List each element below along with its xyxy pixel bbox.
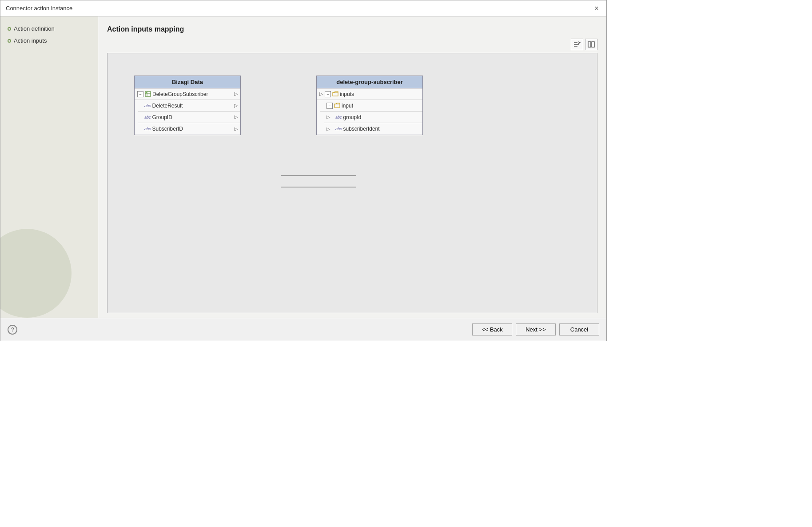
- section-title: Action inputs mapping: [107, 25, 597, 33]
- abc-icon: abc: [335, 115, 342, 120]
- row-label: input: [342, 103, 420, 109]
- main-content: Action inputs mapping: [98, 16, 606, 318]
- close-button[interactable]: ×: [592, 4, 601, 13]
- bizagi-table-header: Bizagi Data: [135, 76, 240, 88]
- table-row: abc GroupID ▷: [138, 112, 240, 123]
- sidebar-item-label: Action definition: [14, 25, 55, 32]
- folder-icon: [334, 103, 340, 109]
- folder-icon: [332, 91, 338, 97]
- window-title: Connector action instance: [6, 5, 72, 12]
- arrow-right-icon: ▷: [234, 91, 238, 97]
- footer: ? << Back Next >> Cancel: [0, 318, 606, 341]
- arrow-left-icon: ▷: [326, 126, 330, 132]
- layout-toggle-btn[interactable]: [571, 39, 583, 50]
- mapping-toolbar: [107, 39, 597, 50]
- dialog-body: Action definition Action inputs Action i…: [0, 16, 606, 318]
- dialog-window: Connector action instance × Action defin…: [0, 0, 607, 341]
- abc-icon: abc: [335, 127, 342, 131]
- abc-icon: abc: [144, 104, 151, 108]
- expand-icon[interactable]: −: [326, 103, 333, 109]
- sidebar-item-action-inputs[interactable]: Action inputs: [8, 37, 91, 44]
- row-label: subscriberIdent: [343, 126, 420, 132]
- table-icon: [145, 91, 151, 97]
- footer-left: ?: [8, 325, 17, 335]
- bullet-icon: [8, 27, 11, 31]
- view-toggle-btn[interactable]: [585, 39, 597, 50]
- arrow-right-icon: ▷: [234, 103, 238, 108]
- arrow-left-icon: ▷: [326, 114, 330, 120]
- sidebar-item-label: Action inputs: [14, 37, 47, 44]
- bullet-icon: [8, 39, 11, 43]
- title-bar: Connector action instance ×: [0, 0, 606, 16]
- table-row: − input: [320, 100, 422, 112]
- sidebar-item-action-definition[interactable]: Action definition: [8, 25, 91, 32]
- abc-icon: abc: [144, 127, 151, 131]
- arrow-left-icon: ▷: [319, 91, 323, 97]
- back-button[interactable]: << Back: [472, 323, 512, 335]
- table-row: abc SubscriberID ▷: [138, 123, 240, 135]
- cancel-button[interactable]: Cancel: [559, 323, 599, 335]
- row-label: groupId: [343, 114, 420, 120]
- row-label: GroupID: [152, 114, 232, 120]
- arrow-right-icon: ▷: [234, 114, 238, 120]
- table-row: ▷ abc subscriberIdent: [324, 123, 422, 135]
- help-button[interactable]: ?: [8, 325, 17, 335]
- svg-rect-4: [592, 42, 594, 47]
- expand-icon[interactable]: −: [325, 91, 331, 97]
- bizagi-data-table: Bizagi Data −: [134, 76, 241, 135]
- row-label: inputs: [340, 91, 420, 97]
- connector-table: delete-group-subscriber ▷ − i: [316, 76, 423, 135]
- abc-icon: abc: [144, 115, 151, 120]
- connector-table-header: delete-group-subscriber: [317, 76, 422, 88]
- row-label: SubscriberID: [152, 126, 232, 132]
- expand-icon[interactable]: −: [137, 91, 143, 97]
- row-label: DeleteGroupSubscriber: [152, 91, 232, 97]
- row-label: DeleteResult: [152, 103, 232, 109]
- mapping-canvas: Bizagi Data −: [107, 53, 597, 313]
- table-row: ▷ abc groupId: [324, 112, 422, 123]
- next-button[interactable]: Next >>: [516, 323, 556, 335]
- table-row: abc DeleteResult ▷: [138, 100, 240, 112]
- sidebar: Action definition Action inputs: [0, 16, 98, 318]
- arrow-right-icon: ▷: [234, 126, 238, 132]
- table-row: ▷ − inputs: [317, 88, 422, 100]
- footer-buttons: << Back Next >> Cancel: [472, 323, 599, 335]
- svg-rect-3: [588, 42, 591, 47]
- svg-rect-10: [146, 92, 147, 93]
- table-row: − DeleteGroupSubscriber ▷: [135, 88, 240, 100]
